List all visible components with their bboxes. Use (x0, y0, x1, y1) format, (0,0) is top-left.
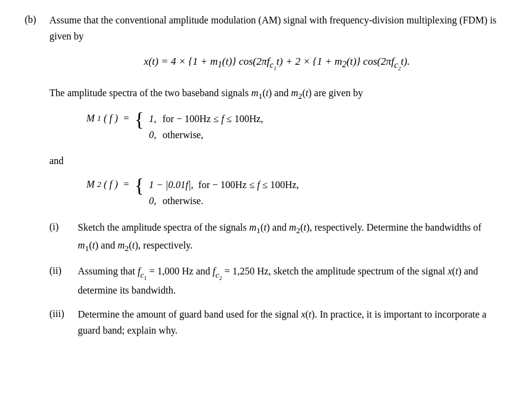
intro-text: Assume that the conventional amplitude m… (49, 12, 504, 44)
section-body: Assume that the conventional amplitude m… (49, 12, 504, 347)
page-content: (b) Assume that the conventional amplitu… (25, 12, 504, 347)
section-label: (b) (25, 12, 43, 347)
m1-lhs: M1(f) = (86, 111, 130, 126)
sub-item-i: (i) Sketch the amplitude spectra of the … (49, 220, 504, 255)
m1-case2: 0, otherwise, (149, 128, 263, 142)
m2-lhs: M2(f) = (86, 177, 130, 192)
m2-case1: 1 − |0.01f|, for − 100Hz ≤ f ≤ 100Hz, (149, 178, 299, 192)
sub-item-ii: (ii) Assuming that fc1 = 1,000 Hz and fc… (49, 263, 504, 298)
m2-case2-cond: otherwise. (162, 194, 203, 208)
sub-body-ii: Assuming that fc1 = 1,000 Hz and fc2 = 1… (78, 263, 504, 298)
m1-case2-val: 0, (149, 128, 157, 142)
sub-body-i: Sketch the amplitude spectra of the sign… (78, 220, 504, 255)
and-text: and (49, 154, 504, 168)
description-text: The amplitude spectra of the two baseban… (49, 85, 504, 103)
sub-label-i: (i) (49, 220, 72, 255)
m2-cases: 1 − |0.01f|, for − 100Hz ≤ f ≤ 100Hz, 0,… (149, 178, 299, 208)
m2-case2: 0, otherwise. (149, 194, 299, 208)
m1-case1: 1, for − 100Hz ≤ f ≤ 100Hz, (149, 112, 263, 126)
sub-body-iii: Determine the amount of guard band used … (78, 307, 504, 338)
m1-piecewise: M1(f) = { 1, for − 100Hz ≤ f ≤ 100Hz, 0,… (86, 111, 504, 142)
m1-case2-cond: otherwise, (162, 128, 203, 142)
m2-case1-cond: for − 100Hz ≤ f ≤ 100Hz, (198, 178, 299, 192)
sub-items: (i) Sketch the amplitude spectra of the … (49, 220, 504, 338)
sub-label-iii: (iii) (49, 307, 72, 338)
m2-case2-val: 0, (149, 194, 157, 208)
sub-label-ii: (ii) (49, 263, 72, 298)
m2-piecewise: M2(f) = { 1 − |0.01f|, for − 100Hz ≤ f ≤… (86, 177, 504, 208)
sub-item-iii: (iii) Determine the amount of guard band… (49, 307, 504, 338)
m1-case1-val: 1, (149, 112, 157, 126)
main-formula: x(t) = 4 × {1 + m1(t)} cos(2πfc1t) + 2 ×… (49, 54, 504, 73)
m2-brace: { (135, 176, 144, 196)
section-b: (b) Assume that the conventional amplitu… (25, 12, 504, 347)
m1-case1-cond: for − 100Hz ≤ f ≤ 100Hz, (162, 112, 263, 126)
m2-case1-val: 1 − |0.01f|, (149, 178, 193, 192)
m1-cases: 1, for − 100Hz ≤ f ≤ 100Hz, 0, otherwise… (149, 112, 263, 142)
m1-brace: { (135, 110, 144, 130)
